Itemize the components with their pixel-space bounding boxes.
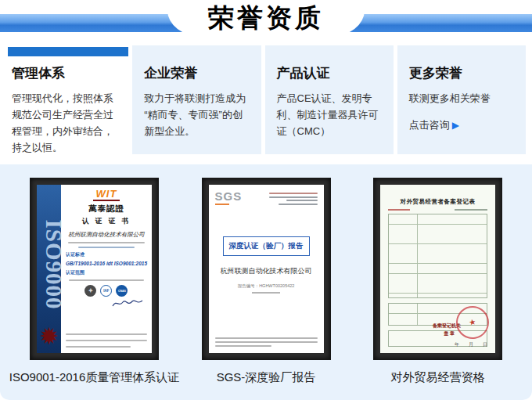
form-code-line <box>455 209 487 211</box>
report-number: 报告编号：HGHWT00205422 <box>238 283 295 289</box>
fine-print-line <box>269 196 318 198</box>
consult-link[interactable]: 点击咨询▶ <box>409 118 515 132</box>
section-header: 荣誉资质 <box>0 0 532 43</box>
form-number-line <box>388 209 410 211</box>
tab-more-honors[interactable]: 更多荣誉 联测更多相关荣誉 点击咨询▶ <box>397 45 526 154</box>
tab-description: 管理现代化，按照体系规范公司生产经营全过程管理，内外审结合，持之以恒。 <box>12 90 117 156</box>
tab-management-system[interactable]: 管理体系 管理现代化，按照体系规范公司生产经营全过程管理，内外审结合，持之以恒。 <box>8 45 128 154</box>
iso-certificate-body: WIT 萬泰認證 认 证 证 书 杭州联测自动化技术有限公司 认证标准 GB/T… <box>61 185 152 353</box>
certificate-iso9001[interactable]: ISO9000 ✹ WIT 萬泰認證 认 证 证 书 杭州联测自动化技术有限公司… <box>30 178 159 385</box>
sgs-report-paper: SGS 深度认证（验厂）报告 杭州联测自动化技术有限公司 报告编号：HGHWT0… <box>209 185 324 353</box>
trade-form-paper: 对外贸易经营者备案登记表 备案登记机关 盖 章 ★ 年 月 日 <box>380 185 495 353</box>
report-title-box: 深度认证（验厂）报告 <box>223 236 310 256</box>
company-name: 杭州联测自动化技术有限公司 <box>68 231 145 239</box>
accreditation-logos: ✦ IAF CNAS <box>84 285 128 297</box>
certificate-caption: 对外贸易经营资格 <box>391 370 485 385</box>
fine-print-line <box>215 345 271 347</box>
tab-title: 产品认证 <box>277 64 383 82</box>
honor-tabs: 管理体系 管理现代化，按照体系规范公司生产经营全过程管理，内外审结合，持之以恒。… <box>8 45 526 154</box>
iaf-logo-icon: IAF <box>100 285 112 297</box>
sgs-logo: SGS <box>215 191 243 205</box>
fine-print-line <box>286 200 318 201</box>
form-title: 对外贸易经营者备案登记表 <box>388 198 487 206</box>
page-title-box: 荣誉资质 <box>167 0 365 37</box>
arrow-right-icon: ▶ <box>452 120 459 131</box>
iso-certificate-paper: ISO9000 ✹ WIT 萬泰認證 认 证 证 书 杭州联测自动化技术有限公司… <box>37 185 152 353</box>
tab-description: 产品CE认证、发明专利、制造计量器具许可证（CMC） <box>277 90 383 139</box>
certifier-name: 萬泰認證 <box>88 204 124 214</box>
stamp-star-icon: ★ <box>469 318 477 326</box>
fine-print-line <box>279 204 318 205</box>
tab-product-certification[interactable]: 产品认证 产品CE认证、发明专利、制造计量器具许可证（CMC） <box>265 45 394 154</box>
consult-link-label: 点击咨询 <box>409 119 450 131</box>
tab-title: 企业荣誉 <box>144 64 250 82</box>
fine-print-block <box>66 330 147 349</box>
form-date-line: 年 月 日 <box>455 341 487 348</box>
form-subheader <box>388 209 487 211</box>
iso-side-band: ISO9000 ✹ <box>37 185 61 353</box>
fine-print-line <box>66 333 147 335</box>
iso9000-vertical-text: ISO9000 <box>37 194 71 335</box>
stamp-seal-word: 盖 章 <box>444 330 455 337</box>
tab-description: 致力于将联测打造成为“精而专、专而强”的创新型企业。 <box>144 90 250 139</box>
sgs-logo-accent <box>215 204 229 205</box>
report-date-line <box>252 292 280 294</box>
sgs-header: SGS <box>215 191 318 205</box>
certificate-doc-title: 认 证 证 书 <box>82 217 131 226</box>
fine-print-line <box>78 247 135 248</box>
tab-title: 管理体系 <box>12 64 117 82</box>
fine-print-line <box>66 346 131 348</box>
wit-logo-underline <box>93 200 120 201</box>
cnas-logo-icon: CNAS <box>116 285 128 297</box>
certificate-caption: ISO9001-2016质量管理体系认证 <box>9 370 180 385</box>
company-name: 杭州联测自动化技术有限公司 <box>221 266 312 276</box>
sgs-logo-text: SGS <box>215 189 243 203</box>
sgs-meta-lines <box>269 191 318 205</box>
fine-print-line <box>215 341 318 343</box>
page-title: 荣誉资质 <box>208 1 324 36</box>
tab-enterprise-honor[interactable]: 企业荣誉 致力于将联测打造成为“精而专、专而强”的创新型企业。 <box>132 45 261 154</box>
certificates-section: ISO9000 ✹ WIT 萬泰認證 认 证 证 书 杭州联测自动化技术有限公司… <box>0 164 532 400</box>
certificate-frame: 对外贸易经营者备案登记表 备案登记机关 盖 章 ★ 年 月 日 <box>373 178 502 360</box>
fine-print-line <box>269 193 318 194</box>
standard-number: GB/T19001-2016 idt ISO9001:2015 <box>66 261 147 266</box>
signature-icon <box>111 298 144 308</box>
red-seal-icon: ✹ <box>39 325 59 348</box>
fine-print-line <box>215 337 318 339</box>
tab-description: 联测更多相关荣誉 <box>409 90 515 106</box>
certificate-frame: SGS 深度认证（验厂）报告 杭州联测自动化技术有限公司 报告编号：HGHWT0… <box>202 178 331 360</box>
certificate-sgs-report[interactable]: SGS 深度认证（验厂）报告 杭州联测自动化技术有限公司 报告编号：HGHWT0… <box>202 178 331 385</box>
certificate-foreign-trade[interactable]: 对外贸易经营者备案登记表 备案登记机关 盖 章 ★ 年 月 日 <box>373 178 502 385</box>
fine-print-block <box>215 337 318 347</box>
active-tab-indicator <box>8 47 128 56</box>
tab-title: 更多荣誉 <box>409 64 515 82</box>
certificate-frame: ISO9000 ✹ WIT 萬泰認證 认 证 证 书 杭州联测自动化技术有限公司… <box>30 178 159 360</box>
form-table-main <box>388 214 487 298</box>
fine-print-line <box>66 340 147 341</box>
certificates-row: ISO9000 ✹ WIT 萬泰認證 认 证 证 书 杭州联测自动化技术有限公司… <box>0 164 532 385</box>
fine-print-line <box>68 242 146 243</box>
wit-logo: WIT <box>96 189 117 199</box>
wit-globe-icon: ✦ <box>84 285 96 297</box>
fine-print-line <box>69 279 144 281</box>
certificate-caption: SGS-深度验厂报告 <box>217 370 316 385</box>
